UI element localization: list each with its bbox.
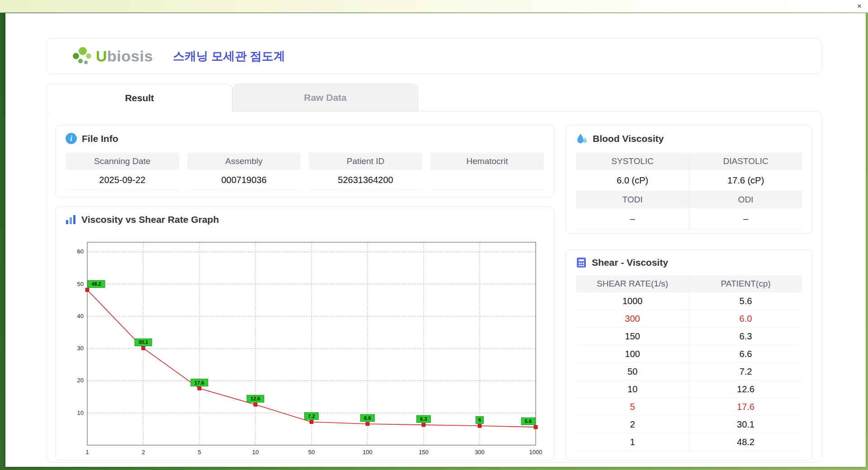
cell-shear-rate: 10 bbox=[576, 381, 689, 398]
table-row: 1012.6 bbox=[576, 381, 802, 398]
table-row: 230.1 bbox=[576, 416, 802, 433]
header-card: Ubiosis 스캐닝 모세관 점도계 bbox=[47, 38, 822, 74]
svg-text:10: 10 bbox=[252, 449, 259, 456]
bv-cell-label: TODI bbox=[576, 191, 689, 208]
logo-text-rest: biosis bbox=[107, 47, 153, 65]
field-label: Scanning Date bbox=[66, 153, 179, 170]
shear-table: SHEAR RATE(1/s)PATIENT(cp)10005.63006.01… bbox=[576, 275, 802, 451]
svg-text:150: 150 bbox=[419, 449, 429, 456]
cell-shear-rate: 2 bbox=[576, 416, 689, 433]
blood-viscosity-title: Blood Viscosity bbox=[593, 133, 664, 144]
cell-patient: 48.2 bbox=[689, 433, 802, 451]
file-info-title: File Info bbox=[82, 133, 118, 144]
cell-shear-rate: 150 bbox=[576, 328, 689, 345]
svg-text:300: 300 bbox=[475, 449, 485, 456]
app-window: Ubiosis 스캐닝 모세관 점도계 Result Raw Data i Fi… bbox=[5, 13, 866, 467]
logo-text-u: U bbox=[96, 47, 107, 65]
field-label: Assembly bbox=[187, 153, 301, 170]
cell-patient: 12.6 bbox=[689, 381, 802, 398]
svg-text:7.2: 7.2 bbox=[308, 414, 315, 419]
app-title: 스캐닝 모세관 점도계 bbox=[173, 48, 285, 64]
calculator-icon bbox=[576, 257, 587, 268]
field-value: 52631364200 bbox=[309, 170, 422, 190]
graph-title: Viscosity vs Shear Rate Graph bbox=[81, 214, 219, 225]
bv-cell-label: SYSTOLIC bbox=[576, 153, 689, 170]
file-info-field: Patient ID52631364200 bbox=[309, 153, 422, 190]
svg-text:10: 10 bbox=[77, 409, 84, 416]
cell-patient: 5.6 bbox=[689, 292, 802, 310]
field-value: 2025-09-22 bbox=[66, 170, 179, 190]
svg-text:30.1: 30.1 bbox=[138, 339, 148, 345]
cell-shear-rate: 100 bbox=[576, 345, 689, 363]
shear-viscosity-header: Shear - Viscosity bbox=[576, 257, 668, 268]
window-titlebar: × bbox=[0, 0, 868, 13]
svg-text:5: 5 bbox=[198, 449, 201, 456]
field-value bbox=[430, 170, 544, 190]
cell-patient: 30.1 bbox=[689, 416, 802, 433]
svg-text:30: 30 bbox=[77, 345, 84, 352]
svg-text:1: 1 bbox=[85, 449, 89, 456]
svg-text:1000: 1000 bbox=[529, 449, 542, 456]
leaf-dots-icon bbox=[71, 46, 92, 66]
svg-text:50: 50 bbox=[308, 449, 315, 456]
blood-viscosity-grid: SYSTOLICDIASTOLIC6.0 (cP)17.6 (cP)TODIOD… bbox=[576, 153, 802, 230]
bv-cell-value: – bbox=[689, 208, 802, 230]
bv-cell-value: – bbox=[576, 208, 689, 230]
svg-text:12.6: 12.6 bbox=[250, 396, 260, 401]
viscosity-chart: 1020304050601251050100150300100048.230.1… bbox=[66, 232, 543, 458]
info-icon: i bbox=[66, 133, 77, 144]
table-row: 507.2 bbox=[576, 363, 802, 381]
svg-text:60: 60 bbox=[77, 248, 84, 255]
water-drop-icon bbox=[576, 133, 588, 145]
logo-text: Ubiosis bbox=[96, 47, 153, 65]
bv-cell-value: 17.6 (cP) bbox=[689, 170, 802, 191]
svg-text:6.3: 6.3 bbox=[420, 416, 427, 422]
tab-raw-data[interactable]: Raw Data bbox=[232, 84, 418, 111]
cell-patient: 6.6 bbox=[689, 345, 802, 363]
graph-header: Viscosity vs Shear Rate Graph bbox=[66, 214, 219, 225]
cell-patient: 7.2 bbox=[689, 363, 802, 381]
svg-text:50: 50 bbox=[77, 281, 84, 287]
svg-text:6.6: 6.6 bbox=[364, 415, 371, 421]
tab-result[interactable]: Result bbox=[47, 84, 232, 112]
bv-cell-label: DIASTOLIC bbox=[689, 153, 802, 170]
shear-viscosity-card: Shear - Viscosity SHEAR RATE(1/s)PATIENT… bbox=[566, 249, 812, 461]
ubiosis-logo: Ubiosis bbox=[71, 46, 153, 66]
file-info-fields: Scanning Date2025-09-22Assembly000719036… bbox=[66, 153, 544, 190]
table-header-row: SHEAR RATE(1/s)PATIENT(cp) bbox=[576, 275, 802, 292]
table-row: 1006.6 bbox=[576, 345, 802, 363]
table-row: 517.6 bbox=[576, 398, 802, 416]
svg-text:17.6: 17.6 bbox=[194, 380, 204, 385]
blood-viscosity-card: Blood Viscosity SYSTOLICDIASTOLIC6.0 (cP… bbox=[566, 125, 812, 234]
file-info-field: Hematocrit bbox=[430, 153, 544, 190]
cell-shear-rate: 1 bbox=[576, 433, 689, 451]
cell-shear-rate: 1000 bbox=[576, 292, 689, 310]
file-info-field: Assembly000719036 bbox=[187, 153, 301, 190]
cell-shear-rate: 50 bbox=[576, 363, 689, 381]
file-info-field: Scanning Date2025-09-22 bbox=[66, 153, 179, 190]
table-row: 1506.3 bbox=[576, 328, 802, 345]
table-row: 148.2 bbox=[576, 433, 802, 451]
cell-patient: 6.0 bbox=[689, 310, 802, 328]
bv-cell-label: ODI bbox=[689, 191, 802, 208]
cell-shear-rate: 300 bbox=[576, 310, 689, 328]
desktop: { "window": { "close_label": "×" }, "hea… bbox=[0, 0, 868, 470]
close-icon[interactable]: × bbox=[857, 1, 862, 11]
table-row: 10005.6 bbox=[576, 292, 802, 310]
cell-patient: 17.6 bbox=[689, 398, 802, 416]
bv-cell-value: 6.0 (cP) bbox=[576, 170, 689, 191]
file-info-card: i File Info Scanning Date2025-09-22Assem… bbox=[55, 125, 554, 197]
column-header-patient: PATIENT(cp) bbox=[689, 275, 802, 292]
cell-shear-rate: 5 bbox=[576, 398, 689, 416]
svg-text:48.2: 48.2 bbox=[91, 281, 101, 287]
field-label: Patient ID bbox=[309, 153, 422, 170]
cell-patient: 6.3 bbox=[689, 328, 802, 345]
shear-viscosity-title: Shear - Viscosity bbox=[592, 257, 668, 268]
bar-chart-icon bbox=[66, 215, 76, 225]
svg-text:6: 6 bbox=[478, 417, 481, 423]
svg-text:2: 2 bbox=[142, 449, 145, 456]
viscosity-graph-card: Viscosity vs Shear Rate Graph 1020304050… bbox=[55, 207, 554, 461]
column-header-shear-rate: SHEAR RATE(1/s) bbox=[576, 275, 689, 292]
svg-text:40: 40 bbox=[77, 313, 84, 320]
svg-text:100: 100 bbox=[363, 449, 373, 456]
